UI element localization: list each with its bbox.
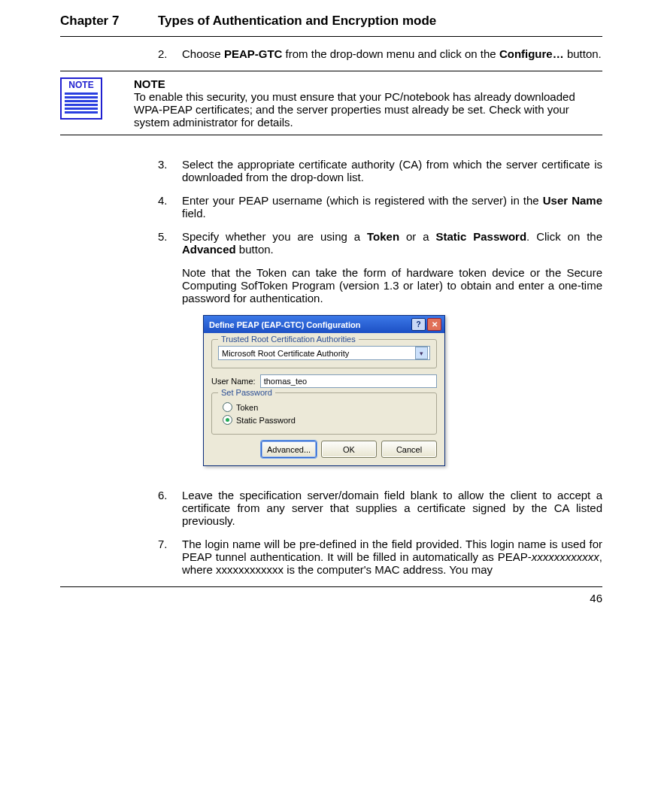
step-6: 6. Leave the specification server/domain… — [158, 489, 602, 527]
ca-dropdown[interactable]: Microsoft Root Certificate Authority ▾ — [218, 346, 430, 360]
page-number: 46 — [590, 592, 602, 604]
chapter-header: Chapter 7 Types of Authentication and En… — [60, 8, 602, 37]
step-number: 6. — [158, 489, 182, 527]
ca-legend: Trusted Root Certification Authorities — [218, 335, 359, 344]
dialog-title: Define PEAP (EAP-GTC) Configuration — [207, 320, 410, 329]
radio-static-password[interactable]: Static Password — [223, 415, 430, 425]
close-button[interactable]: ✕ — [427, 318, 441, 331]
peap-config-dialog: Define PEAP (EAP-GTC) Configuration ? ✕ … — [203, 315, 445, 466]
step-5: 5. Specify whether you are using a Token… — [158, 230, 602, 304]
note-body: To enable this security, you must ensure… — [134, 90, 602, 129]
radio-icon — [223, 415, 232, 425]
set-password-fieldset: Set Password Token Static Password — [211, 392, 437, 435]
step-text: Enter your PEAP username (which is regis… — [182, 194, 602, 220]
step-3: 3. Select the appropriate certificate au… — [158, 158, 602, 183]
dialog-screenshot: Define PEAP (EAP-GTC) Configuration ? ✕ … — [203, 315, 580, 466]
ok-button[interactable]: OK — [321, 441, 377, 458]
chapter-number: Chapter 7 — [60, 14, 158, 29]
radio-static-label: Static Password — [236, 416, 296, 425]
page-footer: 46 — [60, 586, 602, 604]
note-icon-label: NOTE — [62, 79, 101, 91]
set-password-legend: Set Password — [218, 388, 275, 397]
step-number: 7. — [158, 538, 182, 576]
dialog-titlebar: Define PEAP (EAP-GTC) Configuration ? ✕ — [204, 316, 444, 333]
step-number: 3. — [158, 158, 182, 183]
note-heading: NOTE — [134, 77, 602, 90]
step-text: Choose PEAP-GTC from the drop-down menu … — [182, 47, 602, 60]
step-5-note: Note that the Token can take the form of… — [182, 266, 602, 304]
step-4: 4. Enter your PEAP username (which is re… — [158, 194, 602, 220]
username-label: User Name: — [211, 377, 256, 386]
cancel-button[interactable]: Cancel — [381, 441, 437, 458]
step-text: Leave the specification server/domain fi… — [182, 489, 602, 527]
step-number: 5. — [158, 230, 182, 304]
chevron-down-icon: ▾ — [415, 347, 428, 359]
step-7: 7. The login name will be pre-defined in… — [158, 538, 602, 576]
note-icon: NOTE — [60, 77, 102, 120]
username-input[interactable] — [260, 374, 437, 388]
radio-token[interactable]: Token — [223, 402, 430, 412]
step-text: Select the appropriate certificate autho… — [182, 158, 602, 183]
help-button[interactable]: ? — [411, 318, 426, 331]
advanced-button[interactable]: Advanced... — [261, 441, 317, 458]
radio-icon — [223, 402, 232, 412]
step-number: 2. — [158, 47, 182, 60]
note-block: NOTE NOTE To enable this security, you m… — [60, 71, 602, 135]
radio-token-label: Token — [236, 403, 258, 412]
step-text: The login name will be pre-defined in th… — [182, 538, 602, 576]
step-text: Specify whether you are using a Token or… — [182, 230, 602, 304]
ca-selected-value: Microsoft Root Certificate Authority — [222, 349, 415, 358]
chapter-title: Types of Authentication and Encryption m… — [158, 14, 602, 29]
ca-fieldset: Trusted Root Certification Authorities M… — [211, 339, 437, 368]
step-number: 4. — [158, 194, 182, 220]
step-2: 2. Choose PEAP-GTC from the drop-down me… — [158, 47, 602, 60]
